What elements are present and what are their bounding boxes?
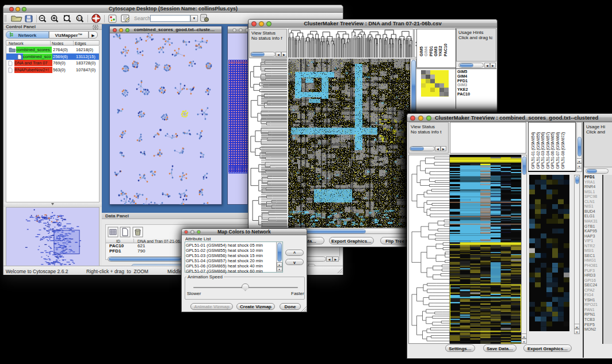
svg-text:1:1: 1:1 <box>78 17 82 20</box>
svg-text:Search:: Search: <box>134 16 152 21</box>
